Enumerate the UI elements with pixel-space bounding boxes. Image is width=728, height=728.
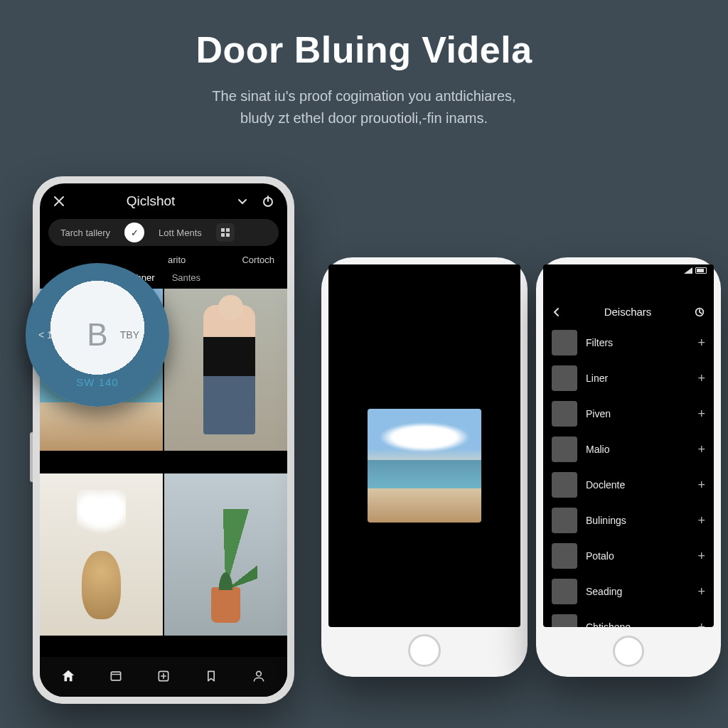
add-filter-icon[interactable]: + xyxy=(697,584,705,599)
sub-label-right[interactable]: Cortoch xyxy=(242,255,274,265)
add-filter-icon[interactable]: + xyxy=(697,513,705,528)
filter-row[interactable]: Doclente+ xyxy=(543,467,714,503)
filter-thumb xyxy=(552,472,577,498)
hero-subtitle: The sinat iu's proof cogimation you antd… xyxy=(0,85,728,129)
add-filter-icon[interactable]: + xyxy=(697,336,705,350)
filter-label: Filters xyxy=(586,337,613,348)
filter-chip-bar: Tarch tallery ✓ Lott Ments xyxy=(48,219,279,246)
hero: Door Bluing Videla The sinat iu's proof … xyxy=(0,28,728,129)
hero-title: Door Bluing Videla xyxy=(0,28,728,71)
app-top-bar: Qiclshot xyxy=(40,183,287,215)
add-filter-icon[interactable]: + xyxy=(697,620,705,628)
filter-row[interactable]: Malio+ xyxy=(543,432,714,467)
app-title: Qiclshot xyxy=(67,193,235,209)
filter-row[interactable]: Piven+ xyxy=(543,396,714,432)
add-filter-icon[interactable]: + xyxy=(697,478,705,493)
phone-filters-screen: Deischars Filters+Liner+Piven+Malio+Docl… xyxy=(543,264,714,627)
filter-label: Seading xyxy=(586,586,622,597)
chip-grid-icon[interactable] xyxy=(216,223,235,242)
filter-thumb xyxy=(552,401,577,427)
filter-thumb xyxy=(552,330,577,355)
filter-row[interactable]: Filters+ xyxy=(543,325,714,360)
photo-cell-portrait[interactable] xyxy=(164,289,287,451)
battery-icon xyxy=(695,267,707,274)
filter-row[interactable]: Seading+ xyxy=(543,574,714,609)
svg-rect-1 xyxy=(221,228,225,232)
photo-cell-plant[interactable] xyxy=(164,473,287,636)
signal-icon xyxy=(684,267,692,274)
filter-thumb xyxy=(552,365,577,391)
close-icon[interactable] xyxy=(51,193,67,209)
home-button[interactable] xyxy=(613,636,644,667)
nav-add-icon[interactable] xyxy=(154,667,173,685)
chevron-down-icon[interactable] xyxy=(235,193,250,209)
dial-bottom-label: SW 140 xyxy=(76,376,118,388)
filters-list[interactable]: Filters+Liner+Piven+Malio+Doclente+Bulin… xyxy=(543,325,714,627)
power-icon[interactable] xyxy=(260,193,276,209)
add-filter-icon[interactable]: + xyxy=(697,407,705,422)
svg-rect-4 xyxy=(226,233,230,237)
filter-thumb xyxy=(552,543,577,569)
phone-filters: Deischars Filters+Liner+Piven+Malio+Docl… xyxy=(536,257,721,677)
svg-rect-5 xyxy=(111,672,120,680)
filter-thumb xyxy=(552,437,577,462)
phone-preview xyxy=(321,257,528,677)
filter-thumb xyxy=(552,508,577,533)
chip-ments[interactable]: Lott Ments xyxy=(150,223,210,242)
bottom-nav xyxy=(40,657,287,697)
filter-thumb xyxy=(552,614,577,627)
filter-label: Liner xyxy=(586,373,608,384)
tab-santes[interactable]: Santes xyxy=(172,272,200,283)
svg-rect-3 xyxy=(221,233,225,237)
preview-canvas[interactable] xyxy=(328,304,520,627)
filter-row[interactable]: Potalo+ xyxy=(543,538,714,574)
add-filter-icon[interactable]: + xyxy=(697,442,705,457)
filter-row[interactable]: Chtishene+ xyxy=(543,609,714,627)
back-icon[interactable] xyxy=(552,307,562,317)
nav-library-icon[interactable] xyxy=(107,667,125,685)
dial-right-label: TBY xyxy=(120,329,139,341)
phone-preview-screen xyxy=(328,264,520,627)
filter-label: Piven xyxy=(586,408,611,419)
filters-title: Deischars xyxy=(604,306,652,318)
filter-label: Chtishene xyxy=(586,621,631,627)
filters-top-bar: Deischars xyxy=(543,301,714,325)
add-filter-icon[interactable]: + xyxy=(697,549,705,564)
dial-overlay[interactable]: B < 1 TBY SW 140 xyxy=(26,263,169,407)
add-filter-icon[interactable]: + xyxy=(697,371,705,386)
nav-profile-icon[interactable] xyxy=(250,667,268,685)
chip-active-toggle[interactable]: ✓ xyxy=(124,223,144,242)
chip-gallery[interactable]: Tarch tallery xyxy=(52,223,119,242)
filter-label: Bulinings xyxy=(586,515,626,526)
sub-label-left: arito xyxy=(40,255,186,265)
dial-prev-label[interactable]: < 1 xyxy=(38,329,53,341)
filter-row[interactable]: Liner+ xyxy=(543,360,714,396)
svg-point-7 xyxy=(257,671,262,676)
phone-gallery: Qiclshot Tarch tallery ✓ Lott Ments arit… xyxy=(33,176,294,704)
svg-rect-2 xyxy=(226,228,230,232)
home-button[interactable] xyxy=(408,634,441,667)
nav-home-icon[interactable] xyxy=(59,667,77,685)
nav-bookmark-icon[interactable] xyxy=(202,667,220,685)
preview-image[interactable] xyxy=(368,409,481,523)
phone-gallery-screen: Qiclshot Tarch tallery ✓ Lott Ments arit… xyxy=(40,183,287,697)
history-icon[interactable] xyxy=(694,306,705,318)
filter-label: Doclente xyxy=(586,479,625,491)
status-bar xyxy=(543,264,714,274)
filter-thumb xyxy=(552,579,577,604)
filter-label: Malio xyxy=(586,444,609,455)
filter-label: Potalo xyxy=(586,550,614,562)
dial-letter: B xyxy=(87,317,107,353)
filter-row[interactable]: Bulinings+ xyxy=(543,503,714,538)
photo-cell-flowers[interactable] xyxy=(40,473,163,636)
